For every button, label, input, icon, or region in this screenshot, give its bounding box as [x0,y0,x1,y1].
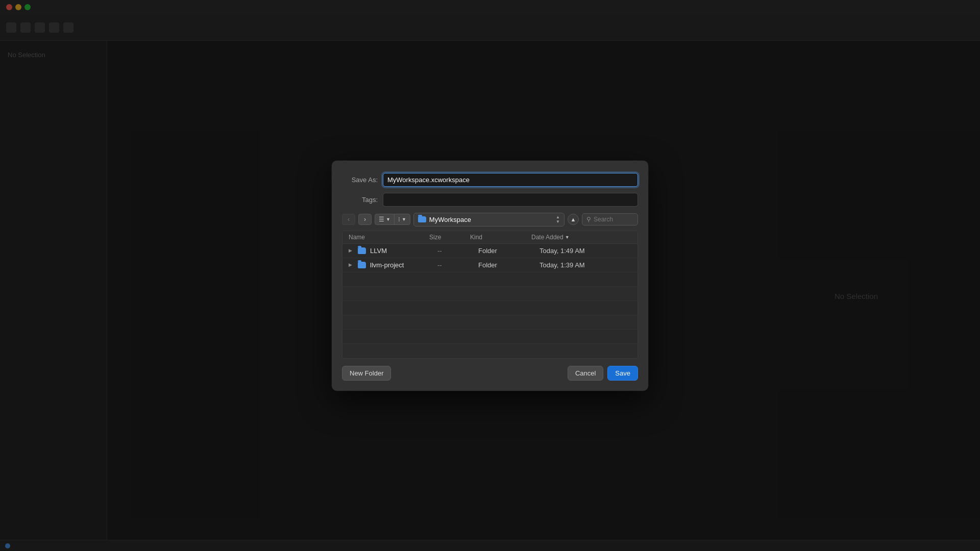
file-list-header: Name Size Kind Date Added ▼ [342,231,638,244]
location-arrows: ▲ ▼ [556,215,560,224]
tags-label: Tags: [342,196,378,204]
file-name-label: LLVM [370,247,387,255]
back-button[interactable]: ‹ [342,214,355,225]
grid-view-icon: ⁝ [398,216,400,223]
sort-arrow-icon: ▼ [565,235,570,240]
dialog-right-buttons: Cancel Save [568,366,638,381]
save-as-row: Save As: [342,173,638,187]
arrow-down-icon: ▼ [556,220,560,224]
folder-icon [358,262,366,268]
file-list: Name Size Kind Date Added ▼ ▶ LLVM -- Fo… [342,231,638,359]
new-folder-button[interactable]: New Folder [342,366,391,381]
tags-input[interactable] [383,193,638,207]
tags-row: Tags: [342,193,638,207]
empty-row [342,344,638,358]
save-dialog: Save As: Tags: ‹ › ☰ ▼ ⁝ ▼ [332,161,648,391]
forward-button[interactable]: › [358,214,372,225]
expand-arrow-icon: ▶ [349,248,354,253]
table-row[interactable]: ▶ LLVM -- Folder Today, 1:49 AM [342,244,638,258]
empty-row [342,301,638,315]
file-kind-cell: Folder [478,261,540,269]
col-kind-header: Kind [470,234,531,241]
nav-bar: ‹ › ☰ ▼ ⁝ ▼ MyWorkspace ▲ ▼ [342,213,638,227]
expand-arrow-icon: ▶ [349,262,354,267]
col-date-header[interactable]: Date Added ▼ [531,234,623,241]
location-dropdown[interactable]: MyWorkspace ▲ ▼ [413,213,565,227]
dialog-overlay: Save As: Tags: ‹ › ☰ ▼ ⁝ ▼ [0,0,980,551]
location-folder-icon [418,216,426,222]
empty-row [342,287,638,301]
list-view-button[interactable]: ☰ ▼ [375,214,394,224]
search-icon: ⚲ [586,216,591,223]
dialog-footer: New Folder Cancel Save [342,366,638,381]
expand-button[interactable]: ▲ [568,214,579,225]
location-label: MyWorkspace [429,216,553,223]
empty-row [342,272,638,287]
list-view-icon: ☰ [379,216,384,223]
file-size-cell: -- [437,247,478,255]
col-name-header: Name [349,234,429,241]
search-input[interactable] [594,216,629,223]
save-as-input[interactable] [383,173,638,187]
file-name-cell: ▶ LLVM [349,247,437,255]
cancel-button[interactable]: Cancel [568,366,603,381]
file-name-cell: ▶ llvm-project [349,261,437,269]
empty-row [342,315,638,330]
list-view-chevron: ▼ [386,217,390,222]
table-row[interactable]: ▶ llvm-project -- Folder Today, 1:39 AM [342,258,638,272]
save-button[interactable]: Save [607,366,638,381]
grid-view-button[interactable]: ⁝ ▼ [395,214,410,224]
col-size-header: Size [429,234,470,241]
file-date-cell: Today, 1:39 AM [540,261,631,269]
file-size-cell: -- [437,261,478,269]
file-date-cell: Today, 1:49 AM [540,247,631,255]
view-toggle: ☰ ▼ ⁝ ▼ [375,214,410,225]
arrow-up-icon: ▲ [556,215,560,219]
grid-view-chevron: ▼ [402,217,406,222]
save-as-label: Save As: [342,176,378,184]
empty-row [342,330,638,344]
folder-icon [358,247,366,254]
search-box: ⚲ [582,213,638,226]
file-kind-cell: Folder [478,247,540,255]
file-name-label: llvm-project [370,261,404,269]
